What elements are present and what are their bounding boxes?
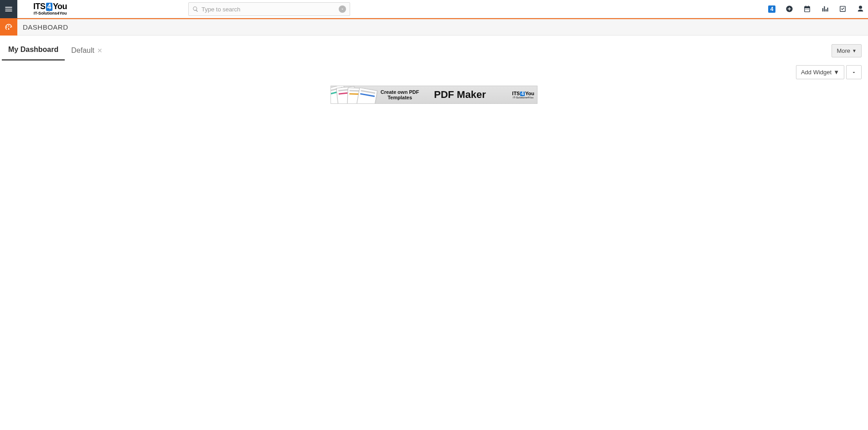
tabs-right-controls: More ▼ [832, 44, 862, 57]
more-button[interactable]: More ▼ [832, 44, 862, 57]
logo-tagline: IT-Solutions4You [34, 11, 67, 15]
tab-label: My Dashboard [8, 46, 58, 54]
global-search-container [188, 2, 350, 16]
hamburger-icon [4, 5, 13, 14]
tasks-button[interactable] [839, 5, 847, 13]
its4you-badge[interactable]: 4 [768, 5, 775, 13]
add-widget-button[interactable]: Add Widget ▼ [796, 65, 844, 79]
app-logo[interactable]: ITS 4 You IT-Solutions4You [33, 2, 67, 15]
logo-main: ITS 4 You [33, 2, 67, 11]
expand-button[interactable] [846, 65, 862, 79]
logo-box: 4 [46, 3, 52, 11]
banner-logo-suffix: You [525, 91, 534, 96]
banner-title: PDF Maker [434, 89, 486, 101]
user-menu-button[interactable] [857, 5, 864, 13]
module-icon-container[interactable] [0, 19, 17, 36]
dashboard-tabs: My Dashboard Default ✕ [2, 41, 109, 61]
widget-toolbar: Add Widget ▼ [0, 61, 868, 79]
user-icon [857, 5, 864, 13]
topbar-right: 4 [768, 5, 868, 13]
logo-suffix: You [53, 2, 67, 10]
dashboard-gauge-icon [4, 23, 13, 32]
tab-my-dashboard[interactable]: My Dashboard [2, 41, 65, 61]
calendar-icon [803, 5, 811, 13]
hamburger-menu-button[interactable] [0, 0, 17, 18]
caret-down-icon: ▼ [852, 48, 857, 53]
tab-default[interactable]: Default ✕ [65, 41, 109, 61]
banner-logo-tagline: IT-Solutions4You [513, 96, 533, 99]
banner-docs-illustration [331, 86, 372, 103]
chevron-down-icon [340, 7, 345, 11]
plus-circle-icon [785, 5, 793, 13]
pdf-maker-banner[interactable]: Create own PDF Templates PDF Maker ITS 4… [331, 86, 537, 104]
caret-down-icon: ▼ [833, 69, 839, 76]
its4you-badge-icon: 4 [768, 5, 775, 13]
bar-chart-icon [821, 5, 829, 13]
tabs-row: My Dashboard Default ✕ More ▼ [0, 36, 868, 61]
logo-prefix: ITS [33, 2, 46, 10]
chevron-down-icon [851, 70, 857, 75]
check-square-icon [839, 5, 847, 13]
search-icon [192, 6, 199, 12]
module-title: DASHBOARD [23, 23, 68, 31]
banner-logo-prefix: ITS [512, 91, 520, 96]
banner-logo: ITS 4 You IT-Solutions4You [512, 91, 534, 99]
reports-button[interactable] [821, 5, 829, 13]
banner-logo-box: 4 [520, 92, 525, 96]
quick-create-button[interactable] [785, 5, 793, 13]
more-button-label: More [837, 47, 850, 54]
banner-area: Create own PDF Templates PDF Maker ITS 4… [0, 86, 868, 104]
module-bar: DASHBOARD [0, 19, 868, 36]
calendar-button[interactable] [803, 5, 811, 13]
search-input[interactable] [202, 6, 339, 13]
search-options-toggle[interactable] [339, 5, 346, 13]
close-icon[interactable]: ✕ [97, 47, 103, 54]
topbar: ITS 4 You IT-Solutions4You 4 [0, 0, 868, 18]
add-widget-label: Add Widget [801, 69, 832, 76]
tab-label: Default [71, 46, 94, 55]
global-search[interactable] [188, 2, 350, 16]
banner-subtitle: Create own PDF Templates [375, 89, 425, 100]
